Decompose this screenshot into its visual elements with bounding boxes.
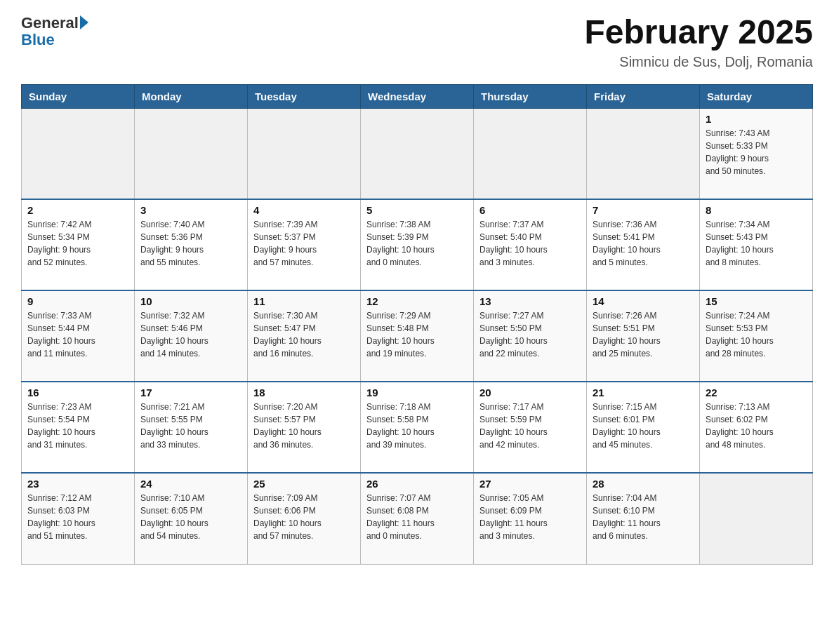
day-number: 4 <box>253 204 355 216</box>
day-number: 2 <box>27 204 128 216</box>
page-header: General Blue February 2025 Simnicu de Su… <box>21 14 813 70</box>
calendar-week-row: 9Sunrise: 7:33 AM Sunset: 5:44 PM Daylig… <box>22 290 813 382</box>
calendar-cell: 20Sunrise: 7:17 AM Sunset: 5:59 PM Dayli… <box>474 382 587 473</box>
day-sun-info: Sunrise: 7:26 AM Sunset: 5:51 PM Dayligh… <box>593 309 694 360</box>
calendar-cell: 27Sunrise: 7:05 AM Sunset: 6:09 PM Dayli… <box>474 473 587 564</box>
day-sun-info: Sunrise: 7:34 AM Sunset: 5:43 PM Dayligh… <box>706 218 807 269</box>
calendar-cell <box>587 108 700 199</box>
calendar-cell: 15Sunrise: 7:24 AM Sunset: 5:53 PM Dayli… <box>700 290 813 382</box>
day-sun-info: Sunrise: 7:30 AM Sunset: 5:47 PM Dayligh… <box>253 309 355 360</box>
day-number: 11 <box>253 295 355 307</box>
calendar-cell <box>22 108 135 199</box>
calendar-cell: 6Sunrise: 7:37 AM Sunset: 5:40 PM Daylig… <box>474 199 587 290</box>
day-sun-info: Sunrise: 7:20 AM Sunset: 5:57 PM Dayligh… <box>253 401 355 451</box>
calendar-cell: 16Sunrise: 7:23 AM Sunset: 5:54 PM Dayli… <box>22 382 135 473</box>
calendar-header-row: SundayMondayTuesdayWednesdayThursdayFrid… <box>22 84 813 108</box>
day-number: 8 <box>706 204 807 216</box>
day-sun-info: Sunrise: 7:29 AM Sunset: 5:48 PM Dayligh… <box>366 309 468 360</box>
calendar-cell: 17Sunrise: 7:21 AM Sunset: 5:55 PM Dayli… <box>135 382 248 473</box>
calendar-cell: 9Sunrise: 7:33 AM Sunset: 5:44 PM Daylig… <box>22 290 135 382</box>
calendar-cell: 2Sunrise: 7:42 AM Sunset: 5:34 PM Daylig… <box>22 199 135 290</box>
day-number: 14 <box>593 295 694 307</box>
logo: General Blue <box>21 14 88 49</box>
day-number: 23 <box>27 478 128 490</box>
calendar-cell: 10Sunrise: 7:32 AM Sunset: 5:46 PM Dayli… <box>135 290 248 382</box>
day-sun-info: Sunrise: 7:07 AM Sunset: 6:08 PM Dayligh… <box>366 492 468 542</box>
day-sun-info: Sunrise: 7:24 AM Sunset: 5:53 PM Dayligh… <box>706 309 807 360</box>
day-number: 25 <box>253 478 355 490</box>
day-number: 16 <box>27 387 128 398</box>
calendar-cell: 11Sunrise: 7:30 AM Sunset: 5:47 PM Dayli… <box>248 290 361 382</box>
day-number: 1 <box>706 113 807 125</box>
column-header-tuesday: Tuesday <box>248 84 361 108</box>
calendar-cell <box>135 108 248 199</box>
day-sun-info: Sunrise: 7:04 AM Sunset: 6:10 PM Dayligh… <box>593 492 694 542</box>
calendar-cell <box>700 473 813 564</box>
day-sun-info: Sunrise: 7:36 AM Sunset: 5:41 PM Dayligh… <box>593 218 694 269</box>
calendar-cell: 5Sunrise: 7:38 AM Sunset: 5:39 PM Daylig… <box>361 199 474 290</box>
day-sun-info: Sunrise: 7:27 AM Sunset: 5:50 PM Dayligh… <box>479 309 581 360</box>
calendar-cell: 19Sunrise: 7:18 AM Sunset: 5:58 PM Dayli… <box>361 382 474 473</box>
calendar-cell <box>361 108 474 199</box>
day-number: 26 <box>366 478 468 490</box>
calendar-cell <box>474 108 587 199</box>
day-number: 10 <box>140 295 241 307</box>
calendar-cell: 24Sunrise: 7:10 AM Sunset: 6:05 PM Dayli… <box>135 473 248 564</box>
day-number: 9 <box>27 295 128 307</box>
column-header-friday: Friday <box>587 84 700 108</box>
day-sun-info: Sunrise: 7:12 AM Sunset: 6:03 PM Dayligh… <box>27 492 128 542</box>
calendar-cell: 28Sunrise: 7:04 AM Sunset: 6:10 PM Dayli… <box>587 473 700 564</box>
location-subtitle: Simnicu de Sus, Dolj, Romania <box>584 54 813 70</box>
column-header-saturday: Saturday <box>700 84 813 108</box>
calendar-week-row: 2Sunrise: 7:42 AM Sunset: 5:34 PM Daylig… <box>22 199 813 290</box>
day-number: 7 <box>593 204 694 216</box>
day-number: 3 <box>140 204 241 216</box>
calendar-cell: 25Sunrise: 7:09 AM Sunset: 6:06 PM Dayli… <box>248 473 361 564</box>
calendar-cell: 4Sunrise: 7:39 AM Sunset: 5:37 PM Daylig… <box>248 199 361 290</box>
day-sun-info: Sunrise: 7:21 AM Sunset: 5:55 PM Dayligh… <box>140 401 241 451</box>
day-sun-info: Sunrise: 7:42 AM Sunset: 5:34 PM Dayligh… <box>27 218 128 269</box>
day-number: 13 <box>479 295 581 307</box>
calendar-cell: 18Sunrise: 7:20 AM Sunset: 5:57 PM Dayli… <box>248 382 361 473</box>
calendar-cell: 23Sunrise: 7:12 AM Sunset: 6:03 PM Dayli… <box>22 473 135 564</box>
day-sun-info: Sunrise: 7:43 AM Sunset: 5:33 PM Dayligh… <box>706 127 807 177</box>
day-number: 6 <box>479 204 581 216</box>
day-sun-info: Sunrise: 7:38 AM Sunset: 5:39 PM Dayligh… <box>366 218 468 269</box>
calendar-cell: 7Sunrise: 7:36 AM Sunset: 5:41 PM Daylig… <box>587 199 700 290</box>
column-header-sunday: Sunday <box>22 84 135 108</box>
day-number: 27 <box>479 478 581 490</box>
day-sun-info: Sunrise: 7:18 AM Sunset: 5:58 PM Dayligh… <box>366 401 468 451</box>
month-year-title: February 2025 <box>584 14 813 51</box>
day-sun-info: Sunrise: 7:05 AM Sunset: 6:09 PM Dayligh… <box>479 492 581 542</box>
calendar-cell: 14Sunrise: 7:26 AM Sunset: 5:51 PM Dayli… <box>587 290 700 382</box>
logo-arrow-icon <box>80 15 88 29</box>
logo-blue-text: Blue <box>21 31 88 49</box>
day-sun-info: Sunrise: 7:40 AM Sunset: 5:36 PM Dayligh… <box>140 218 241 269</box>
column-header-thursday: Thursday <box>474 84 587 108</box>
calendar-cell: 12Sunrise: 7:29 AM Sunset: 5:48 PM Dayli… <box>361 290 474 382</box>
calendar-week-row: 1Sunrise: 7:43 AM Sunset: 5:33 PM Daylig… <box>22 108 813 199</box>
column-header-monday: Monday <box>135 84 248 108</box>
day-number: 17 <box>140 387 241 398</box>
day-number: 28 <box>593 478 694 490</box>
day-sun-info: Sunrise: 7:09 AM Sunset: 6:06 PM Dayligh… <box>253 492 355 542</box>
calendar-cell: 13Sunrise: 7:27 AM Sunset: 5:50 PM Dayli… <box>474 290 587 382</box>
day-sun-info: Sunrise: 7:23 AM Sunset: 5:54 PM Dayligh… <box>27 401 128 451</box>
day-number: 18 <box>253 387 355 398</box>
day-sun-info: Sunrise: 7:32 AM Sunset: 5:46 PM Dayligh… <box>140 309 241 360</box>
calendar-cell: 8Sunrise: 7:34 AM Sunset: 5:43 PM Daylig… <box>700 199 813 290</box>
day-number: 20 <box>479 387 581 398</box>
calendar-cell: 26Sunrise: 7:07 AM Sunset: 6:08 PM Dayli… <box>361 473 474 564</box>
day-sun-info: Sunrise: 7:39 AM Sunset: 5:37 PM Dayligh… <box>253 218 355 269</box>
day-number: 12 <box>366 295 468 307</box>
calendar-cell: 22Sunrise: 7:13 AM Sunset: 6:02 PM Dayli… <box>700 382 813 473</box>
calendar-cell: 21Sunrise: 7:15 AM Sunset: 6:01 PM Dayli… <box>587 382 700 473</box>
calendar-title-section: February 2025 Simnicu de Sus, Dolj, Roma… <box>584 14 813 70</box>
day-sun-info: Sunrise: 7:13 AM Sunset: 6:02 PM Dayligh… <box>706 401 807 451</box>
calendar-table: SundayMondayTuesdayWednesdayThursdayFrid… <box>21 84 813 565</box>
day-sun-info: Sunrise: 7:33 AM Sunset: 5:44 PM Dayligh… <box>27 309 128 360</box>
day-sun-info: Sunrise: 7:10 AM Sunset: 6:05 PM Dayligh… <box>140 492 241 542</box>
calendar-cell: 1Sunrise: 7:43 AM Sunset: 5:33 PM Daylig… <box>700 108 813 199</box>
calendar-cell: 3Sunrise: 7:40 AM Sunset: 5:36 PM Daylig… <box>135 199 248 290</box>
day-number: 21 <box>593 387 694 398</box>
